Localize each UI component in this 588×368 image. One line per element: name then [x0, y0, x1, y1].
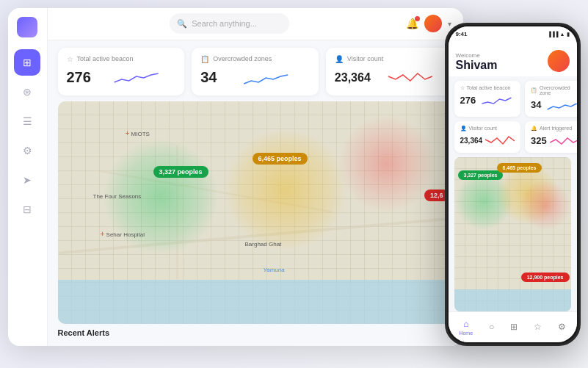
signal-icon: ▐▐▐	[548, 32, 559, 37]
sidebar-item-layers[interactable]: ⊛	[14, 79, 40, 105]
phone-alert-chart	[550, 134, 577, 148]
phone-overcrowded-icon: 📋	[531, 87, 537, 93]
map-container[interactable]: + MIOTS The Four Seasons + Sehar Hospita…	[58, 101, 453, 324]
phone-stat-visitor: 👤 Visitor count 23,364	[454, 121, 521, 153]
phone-map-label-green: 3,327 peoples	[458, 170, 504, 180]
sidebar-item-book[interactable]: ☰	[14, 108, 40, 134]
sidebar-item-folder[interactable]: ⊟	[14, 196, 40, 223]
phone-nav-search[interactable]: ○	[489, 322, 494, 332]
beacon-icon: ☆	[67, 55, 73, 63]
heatmap-yellow	[219, 131, 352, 248]
beacon-chart	[97, 68, 175, 88]
sidebar-item-send[interactable]: ➤	[14, 167, 40, 193]
phone-nav-grid[interactable]: ⊞	[510, 322, 518, 332]
phone-map-label-yellow: 6,465 peoples	[497, 163, 542, 173]
visitor-chart	[377, 68, 444, 88]
search-icon: 🔍	[177, 19, 187, 29]
phone-beacon-chart	[479, 93, 515, 108]
map-location-fourseasons: The Four Seasons	[93, 193, 142, 200]
phone-water	[454, 289, 571, 311]
map-water	[58, 280, 453, 324]
heatmap-red	[335, 116, 438, 212]
map-label-yellow: 6,465 peoples	[253, 153, 308, 165]
sidebar: ⊞ ⊛ ☰ ⚙ ➤ ⊟	[8, 8, 48, 346]
stats-row: ☆ Total active beacon 276 📋 Overcrowde	[48, 40, 463, 101]
phone-heatmap-red	[520, 179, 571, 231]
visitor-value: 23,364	[335, 71, 371, 84]
sidebar-item-dashboard[interactable]: ⊞	[14, 49, 40, 76]
phone-bottom-nav: ⌂ Home ○ ⊞ ☆ ⚙	[449, 311, 577, 342]
beacon-label: Total active beacon	[77, 55, 134, 62]
phone-stats-grid: ☆ Total active beacon 276 📋 Overcrowded …	[449, 76, 577, 157]
phone-time: 9:41	[456, 31, 468, 37]
phone-map-label-red: 12,900 peoples	[521, 273, 570, 282]
search-placeholder: Search anything...	[192, 19, 257, 28]
phone-overcrowded-chart	[545, 98, 577, 112]
recent-alerts-section: Recent Alerts	[48, 324, 463, 346]
phone-visitor-icon: 👤	[460, 126, 467, 131]
phone-beacon-icon: ☆	[460, 85, 465, 91]
search-nav-icon: ○	[489, 322, 494, 332]
overcrowded-label: Overcrowded zones	[213, 55, 272, 62]
stat-card-beacon: ☆ Total active beacon 276	[58, 48, 185, 95]
phone-stat-overcrowded: 📋 Overcrowded zone 34	[525, 81, 576, 117]
phone-screen: 9:41 ▐▐▐ ▲ ▮ Welcome Shivam	[449, 26, 577, 342]
phone-alert-icon: 🔔	[531, 126, 537, 131]
star-nav-icon: ☆	[534, 322, 542, 332]
header-icons: 🔔 ▾	[406, 15, 451, 32]
overcrowded-icon: 📋	[200, 55, 209, 63]
phone-nav-settings[interactable]: ⚙	[558, 322, 566, 332]
sidebar-logo	[17, 17, 37, 37]
grid-icon: ⊞	[510, 322, 518, 332]
phone-stat-alert: 🔔 Alert triggered 325	[525, 121, 576, 153]
map-location-yamuna: Yamuna	[264, 267, 285, 273]
phone-stat-beacon: ☆ Total active beacon 276	[454, 81, 521, 117]
overcrowded-value: 34	[200, 69, 217, 86]
phone-status-bar: 9:41 ▐▐▐ ▲ ▮	[449, 26, 577, 43]
phone-user-name: Shivam	[456, 59, 498, 72]
settings-nav-icon: ⚙	[558, 322, 566, 332]
battery-icon: ▮	[567, 32, 570, 37]
phone-avatar	[548, 50, 570, 72]
map-label-green: 3,327 peoples	[153, 166, 208, 178]
beacon-value: 276	[67, 69, 91, 86]
phone-nav-star[interactable]: ☆	[534, 322, 542, 332]
phone-header: Welcome Shivam	[449, 46, 577, 76]
wifi-icon: ▲	[560, 32, 565, 37]
phone-visitor-chart	[485, 134, 515, 148]
map-location-ghat: Barghad Ghat	[245, 241, 282, 248]
notification-icon[interactable]: 🔔	[406, 18, 418, 29]
chevron-down-icon[interactable]: ▾	[448, 20, 451, 28]
main-content: 🔍 Search anything... 🔔 ▾	[48, 8, 463, 346]
dashboard: ⊞ ⊛ ☰ ⚙ ➤ ⊟ 🔍 Search anything... 🔔	[8, 8, 463, 346]
visitor-label: Visitor count	[347, 55, 383, 62]
visitor-icon: 👤	[335, 55, 344, 63]
header: 🔍 Search anything... 🔔 ▾	[48, 8, 463, 40]
user-avatar[interactable]	[424, 15, 442, 32]
search-bar[interactable]: 🔍 Search anything...	[170, 13, 289, 34]
recent-alerts-title: Recent Alerts	[58, 328, 453, 337]
phone-map[interactable]: 3,327 peoples 6,465 peoples 12,900 peopl…	[454, 157, 571, 311]
map-location-hospital: + Sehar Hospital	[101, 230, 145, 238]
stat-card-overcrowded: 📋 Overcrowded zones 34	[192, 48, 319, 95]
phone-nav-home[interactable]: ⌂ Home	[459, 319, 473, 336]
scene: ⊞ ⊛ ☰ ⚙ ➤ ⊟ 🔍 Search anything... 🔔	[8, 8, 581, 361]
phone-welcome: Welcome	[456, 52, 498, 59]
home-icon: ⌂	[463, 319, 468, 329]
sidebar-item-settings[interactable]: ⚙	[14, 137, 40, 164]
overcrowded-chart	[222, 68, 309, 88]
mobile-phone: 9:41 ▐▐▐ ▲ ▮ Welcome Shivam	[445, 23, 581, 346]
stat-card-visitor: 👤 Visitor count 23,364	[326, 48, 453, 95]
map-location-miots: + MIOTS	[126, 129, 150, 137]
